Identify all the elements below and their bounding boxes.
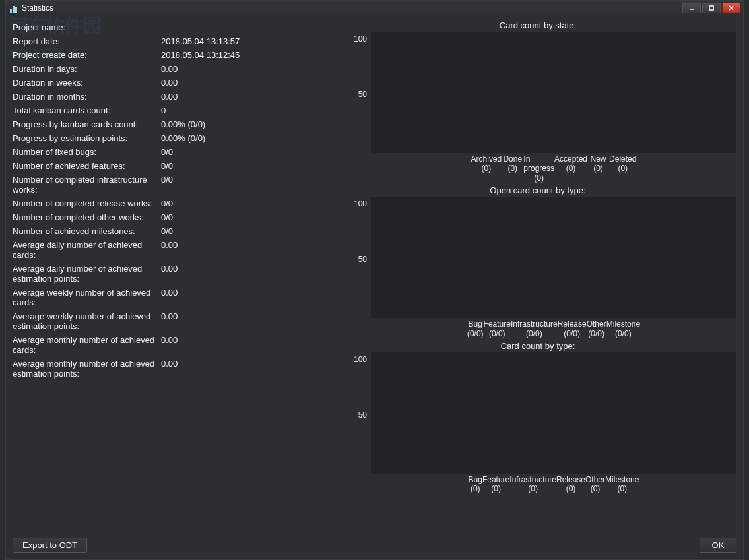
titlebar[interactable]: Statistics [6,1,743,15]
chart-title: Card count by state: [500,20,576,30]
stat-row: Number of completed infrastructure works… [13,173,333,197]
stat-row: Number of completed other works:0/0 [13,210,333,224]
x-cat-count: (0) [528,484,538,493]
chart-group: Card count by type:10050Bug(0)Feature(0)… [339,341,736,494]
x-category: Bug(0/0) [467,319,484,338]
chart-row: 10050 [339,352,736,474]
content-area: Project name:Report date:2018.05.04 13:1… [6,15,743,532]
chart-title: Card count by type: [501,341,575,351]
window-controls [682,3,740,13]
stat-label: Number of achieved milestones: [13,224,161,238]
x-category: Feature(0/0) [484,319,511,338]
stat-value: 0/0 [161,159,333,173]
x-cat-count: (0) [566,484,576,493]
stat-row: Average daily number of achieved cards:0… [13,238,333,262]
charts-panel: Card count by state:10050Archived(0)Done… [339,20,736,532]
stat-label: Project create date: [13,48,161,62]
x-cat-count: (0) [471,484,480,493]
stat-value: 0/0 [161,210,333,224]
stat-row: Duration in weeks:0.00 [13,76,333,90]
chart-row: 10050 [339,32,736,153]
stat-label: Number of fixed bugs: [13,145,161,159]
stat-label: Number of completed release works: [13,197,161,210]
stat-row: Average monthly number of achieved estim… [13,357,333,381]
ok-button[interactable]: OK [700,538,736,553]
stat-value: 2018.05.04 13:12:45 [161,48,333,62]
x-cat-name: Milestone [606,319,640,328]
x-cat-name: Other [587,319,606,328]
stat-label: Duration in months: [13,90,161,104]
x-cat-count: (0) [591,484,601,493]
x-category: Bug(0) [469,475,482,494]
x-cat-count: (0) [593,164,603,173]
x-cat-count: (0/0) [588,329,604,338]
stat-value: 0.00% (0/0) [161,117,333,131]
stat-value: 0 [161,104,333,117]
stat-value: 0/0 [161,197,333,210]
stat-row: Number of achieved features:0/0 [13,159,333,173]
stat-value: 0.00 [161,333,333,357]
stat-row: Average weekly number of achieved cards:… [13,286,333,309]
x-category: Accepted(0) [554,154,587,183]
stat-label: Number of completed other works: [13,210,161,224]
x-cat-count: (0) [617,484,627,493]
x-cat-name: Feature [482,475,509,484]
stats-table: Project name:Report date:2018.05.04 13:1… [13,20,333,381]
x-cat-name: Deleted [609,154,636,164]
stat-row: Project name: [13,20,333,34]
x-cat-name: Release [556,475,585,484]
x-axis: Archived(0)Done(0)In progress(0)Accepted… [471,154,637,183]
stat-row: Project create date:2018.05.04 13:12:45 [13,48,333,62]
stat-value: 0/0 [161,145,333,159]
x-category: In progress(0) [523,154,554,183]
x-category: Milestone(0/0) [606,319,640,338]
x-category: Other(0) [585,475,605,494]
x-category: Release(0) [556,475,585,494]
x-category: Release(0/0) [558,319,587,338]
stat-value: 0/0 [161,224,333,238]
x-category: Archived(0) [471,154,502,183]
stat-value: 0.00% (0/0) [161,131,333,145]
y-tick: 100 [354,355,367,364]
x-category: Infrastructure(0/0) [511,319,558,338]
x-axis: Bug(0)Feature(0)Infrastructure(0)Release… [469,475,639,494]
export-button[interactable]: Export to ODT [13,538,87,553]
x-cat-name: Archived [471,154,502,164]
maximize-button[interactable] [702,3,721,13]
stat-label: Number of completed infrastructure works… [13,173,161,197]
x-cat-count: (0/0) [489,329,505,338]
x-cat-name: New [591,154,606,164]
stat-value: 0.00 [161,262,333,286]
y-tick: 50 [358,410,367,420]
stat-value: 0/0 [161,173,333,197]
stat-value: 0.00 [161,286,333,309]
chart-plot [371,197,736,318]
close-button[interactable] [722,3,740,13]
x-cat-name: Other [585,475,605,484]
y-tick: 100 [354,34,367,44]
stat-value: 2018.05.04 13:13:57 [161,34,333,48]
stat-label: Average monthly number of achieved estim… [13,357,161,381]
stat-label: Average weekly number of achieved estima… [13,309,161,333]
x-category: Feature(0) [482,475,509,494]
stat-label: Average weekly number of achieved cards: [13,286,161,309]
stat-row: Report date:2018.05.04 13:13:57 [13,34,333,48]
stat-value [161,20,333,34]
stats-icon [9,3,18,13]
stat-value: 0.00 [161,357,333,381]
x-cat-count: (0) [507,164,517,173]
stat-row: Number of fixed bugs:0/0 [13,145,333,159]
stat-row: Total kanban cards count:0 [13,104,333,117]
x-cat-count: (0/0) [526,329,542,338]
x-cat-name: Infrastructure [511,319,558,328]
y-tick: 50 [358,90,367,99]
minimize-button[interactable] [682,3,701,13]
x-cat-name: Infrastructure [509,475,556,484]
stat-label: Progress by estimation points: [13,131,161,145]
stat-label: Average daily number of achieved cards: [13,238,161,262]
stat-label: Progress by kanban cards count: [13,117,161,131]
x-cat-name: Accepted [554,154,587,164]
x-cat-count: (0) [482,164,492,173]
stat-row: Average weekly number of achieved estima… [13,309,333,333]
stat-label: Report date: [13,34,161,48]
